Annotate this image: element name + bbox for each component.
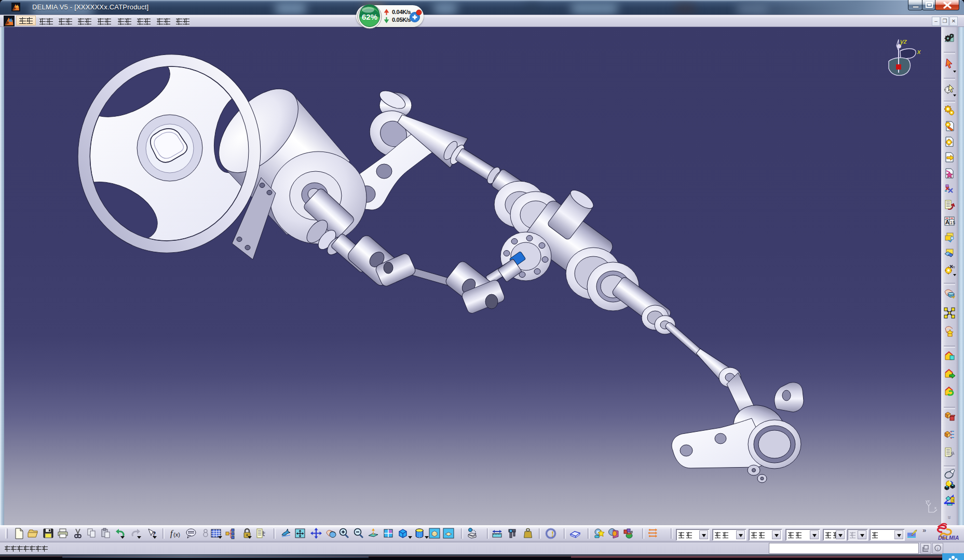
svg-text:62%: 62% bbox=[362, 12, 377, 21]
svg-text:1: 1 bbox=[952, 498, 955, 502]
svg-text:(x): (x) bbox=[173, 531, 180, 538]
svg-text:=: = bbox=[263, 530, 265, 535]
svg-text:x: x bbox=[934, 506, 936, 510]
svg-text:yz: yz bbox=[926, 499, 930, 503]
svg-text:x: x bbox=[917, 48, 921, 56]
svg-text:15: 15 bbox=[950, 220, 955, 225]
svg-text:A: A bbox=[945, 219, 949, 225]
svg-text:DELMIA: DELMIA bbox=[938, 535, 959, 541]
svg-text:n: n bbox=[953, 264, 955, 269]
svg-text:i: i bbox=[937, 546, 939, 551]
svg-text:!: ! bbox=[551, 530, 554, 538]
svg-text:yz: yz bbox=[900, 37, 907, 45]
